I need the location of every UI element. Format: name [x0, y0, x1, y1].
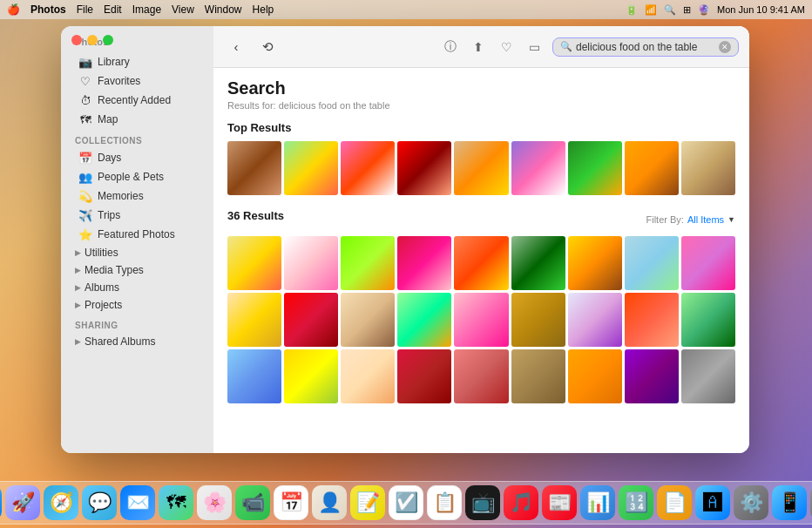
- dock-icon-facetime[interactable]: 📹: [235, 485, 270, 520]
- dock-icon-notion[interactable]: 📋: [427, 485, 462, 520]
- photo-thumb[interactable]: [625, 141, 679, 195]
- dock-icon-news[interactable]: 📰: [542, 485, 577, 520]
- sidebar-item-media-types[interactable]: ▶ Media Types: [64, 261, 210, 279]
- photo-thumb[interactable]: [681, 293, 735, 347]
- dock-icon-numbers[interactable]: 🔢: [619, 485, 653, 520]
- photo-thumb[interactable]: [681, 141, 735, 195]
- dock-icon-contacts[interactable]: 👤: [312, 485, 347, 520]
- photo-thumb[interactable]: [397, 293, 451, 347]
- photo-thumb[interactable]: [511, 236, 565, 290]
- toolbar-actions: ⓘ ⬆ ♡ ▭: [439, 36, 545, 58]
- menubar-edit[interactable]: Edit: [104, 3, 122, 16]
- siri-icon[interactable]: 🔮: [698, 4, 710, 16]
- menubar-window[interactable]: Window: [205, 3, 242, 16]
- close-button[interactable]: [71, 35, 82, 45]
- photo-thumb[interactable]: [227, 293, 281, 347]
- photo-thumb[interactable]: [227, 349, 281, 403]
- photo-thumb[interactable]: [284, 141, 338, 195]
- menubar-app-name[interactable]: Photos: [30, 3, 66, 16]
- photo-thumb[interactable]: [341, 293, 395, 347]
- sidebar-item-featured[interactable]: ⭐ Featured Photos: [64, 225, 210, 244]
- photo-thumb[interactable]: [284, 349, 338, 403]
- photo-thumb[interactable]: [625, 293, 679, 347]
- photo-thumb[interactable]: [568, 141, 622, 195]
- photo-thumb[interactable]: [341, 141, 395, 195]
- search-bar[interactable]: 🔍 ✕: [552, 37, 739, 57]
- photo-thumb[interactable]: [284, 236, 338, 290]
- dock-icon-launchpad[interactable]: 🚀: [5, 485, 40, 520]
- photo-thumb[interactable]: [568, 236, 622, 290]
- menubar-file[interactable]: File: [77, 3, 93, 16]
- photo-thumb[interactable]: [227, 236, 281, 290]
- sidebar-item-trips[interactable]: ✈️ Trips: [64, 206, 210, 225]
- photo-thumb[interactable]: [454, 293, 508, 347]
- search-menubar-icon[interactable]: 🔍: [664, 4, 676, 16]
- sidebar-item-days[interactable]: 📅 Days: [64, 148, 210, 167]
- dock-icon-calendar[interactable]: 📅: [274, 485, 308, 520]
- sidebar-item-memories[interactable]: 💫 Memories: [64, 186, 210, 206]
- dock-icon-sysperfs[interactable]: ⚙️: [734, 485, 768, 520]
- dock-icon-reminders[interactable]: ☑️: [389, 485, 423, 520]
- dock-icon-appstore[interactable]: 🅰: [695, 485, 730, 520]
- photo-thumb[interactable]: [568, 293, 622, 347]
- photo-thumb[interactable]: [511, 349, 565, 403]
- search-input[interactable]: [576, 41, 715, 53]
- menubar-help[interactable]: Help: [253, 3, 274, 16]
- photo-thumb[interactable]: [625, 236, 679, 290]
- dock-icon-pages[interactable]: 📄: [657, 485, 692, 520]
- photo-thumb[interactable]: [681, 349, 735, 403]
- dock-icon-photos[interactable]: 🌸: [197, 485, 232, 520]
- heart-button[interactable]: ♡: [495, 36, 518, 58]
- rotate-button[interactable]: ⟲: [255, 35, 280, 59]
- photo-thumb[interactable]: [454, 141, 508, 195]
- info-button[interactable]: ⓘ: [439, 36, 462, 58]
- dock-icon-mail[interactable]: ✉️: [120, 485, 155, 520]
- sidebar-item-library[interactable]: 📷 Library: [64, 52, 210, 71]
- photo-thumb[interactable]: [397, 236, 451, 290]
- trips-icon: ✈️: [78, 208, 92, 222]
- photo-thumb[interactable]: [284, 293, 338, 347]
- apple-menu[interactable]: 🍎: [7, 3, 20, 16]
- photo-thumb[interactable]: [625, 349, 679, 403]
- frame-button[interactable]: ▭: [523, 36, 545, 58]
- sidebar-item-recently-added[interactable]: ⏱ Recently Added: [64, 91, 210, 110]
- maximize-button[interactable]: [103, 35, 113, 45]
- sidebar-item-people-pets[interactable]: 👥 People & Pets: [64, 167, 210, 186]
- sidebar-item-favorites[interactable]: ♡ Favorites: [64, 71, 210, 91]
- photo-thumb[interactable]: [341, 349, 395, 403]
- top-results-title: Top Results: [227, 121, 735, 134]
- dock-icon-safari[interactable]: 🧭: [44, 485, 78, 520]
- back-button[interactable]: ‹: [224, 35, 248, 59]
- photo-thumb[interactable]: [227, 141, 281, 195]
- dock-icon-notes[interactable]: 📝: [350, 485, 385, 520]
- sidebar-item-map[interactable]: 🗺 Map: [64, 110, 210, 129]
- filter-button[interactable]: Filter By: All Items ▼: [646, 214, 735, 225]
- photo-thumb[interactable]: [454, 349, 508, 403]
- dock-icon-messages[interactable]: 💬: [82, 485, 117, 520]
- dock-icon-maps[interactable]: 🗺: [159, 485, 193, 520]
- dock-icon-finder[interactable]: 🖥: [0, 485, 2, 520]
- dock-icon-keynote[interactable]: 📊: [580, 485, 615, 520]
- sidebar-item-albums[interactable]: ▶ Albums: [64, 279, 210, 296]
- sidebar-item-shared-albums[interactable]: ▶ Shared Albums: [64, 333, 210, 350]
- sidebar: Photos 📷 Library ♡ Favorites ⏱ Recently …: [61, 26, 213, 453]
- photo-thumb[interactable]: [681, 236, 735, 290]
- photo-thumb[interactable]: [454, 236, 508, 290]
- share-button[interactable]: ⬆: [467, 36, 490, 58]
- sidebar-item-utilities[interactable]: ▶ Utilities: [64, 244, 210, 261]
- photo-thumb[interactable]: [568, 349, 622, 403]
- dock-icon-appletv[interactable]: 📺: [465, 485, 500, 520]
- photo-thumb[interactable]: [341, 236, 395, 290]
- menubar-view[interactable]: View: [172, 3, 194, 16]
- dock-icon-mirror[interactable]: 📱: [772, 485, 807, 520]
- photo-thumb[interactable]: [511, 293, 565, 347]
- dock-icon-music[interactable]: 🎵: [504, 485, 538, 520]
- photo-thumb[interactable]: [397, 349, 451, 403]
- minimize-button[interactable]: [87, 35, 98, 45]
- sidebar-item-projects[interactable]: ▶ Projects: [64, 296, 210, 314]
- search-clear-button[interactable]: ✕: [719, 41, 731, 53]
- photo-thumb[interactable]: [397, 141, 451, 195]
- menubar-image[interactable]: Image: [132, 3, 161, 16]
- photo-thumb[interactable]: [511, 141, 565, 195]
- control-center-icon[interactable]: ⊞: [683, 4, 691, 16]
